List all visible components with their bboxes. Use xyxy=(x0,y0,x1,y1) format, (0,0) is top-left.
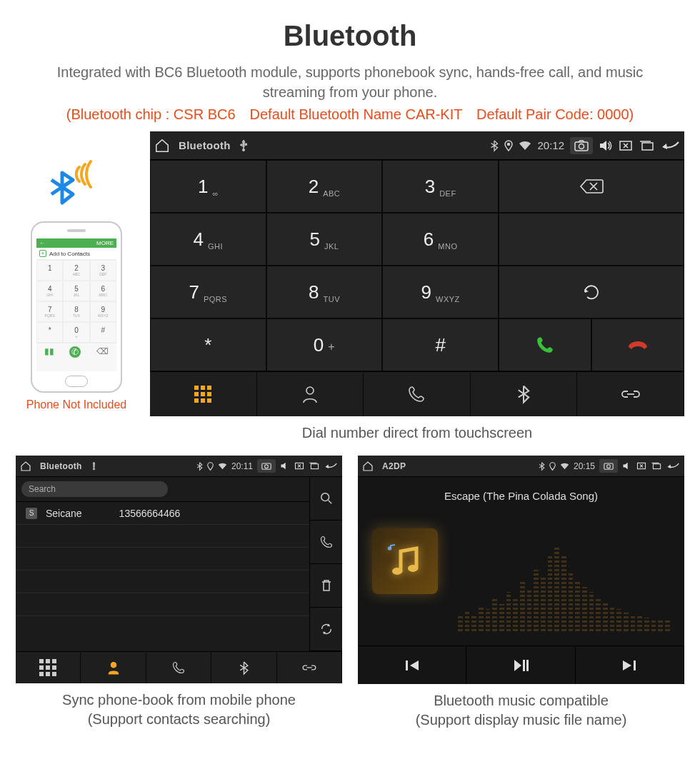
svg-point-21 xyxy=(408,565,418,572)
wifi-icon xyxy=(519,141,531,151)
nav-contacts[interactable] xyxy=(257,372,364,416)
search-input[interactable]: Search xyxy=(21,481,168,497)
app-title: A2DP xyxy=(382,461,406,471)
key-4[interactable]: 4GHI xyxy=(150,213,266,266)
nav-contacts[interactable] xyxy=(81,652,146,683)
nav-bluetooth[interactable] xyxy=(211,652,276,683)
key-3[interactable]: 3DEF xyxy=(382,160,499,213)
location-icon xyxy=(207,462,214,471)
svg-rect-24 xyxy=(523,660,525,671)
wifi-icon xyxy=(218,463,227,470)
contacts-bottom-nav xyxy=(16,651,342,683)
svg-point-5 xyxy=(579,144,584,149)
nav-pair[interactable] xyxy=(277,652,342,683)
key-0[interactable]: 0+ xyxy=(266,318,383,371)
svg-rect-25 xyxy=(526,660,529,671)
play-pause-button[interactable] xyxy=(466,646,575,684)
dial-pad: 1∞ 2ABC 3DEF 4GHI 5JKL 6MNO 7PQRS 8TUV 9… xyxy=(150,160,684,371)
key-8[interactable]: 8TUV xyxy=(266,266,383,318)
home-icon[interactable] xyxy=(362,461,374,472)
backspace-button[interactable] xyxy=(499,160,684,213)
phone-mockup: ←MORE +Add to Contacts 1 2ABC3DEF 4GHI5J… xyxy=(31,221,122,393)
key-6[interactable]: 6MNO xyxy=(382,213,499,266)
nav-keypad[interactable] xyxy=(16,652,81,683)
page-description: Integrated with BC6 Bluetooth module, su… xyxy=(29,62,671,102)
phone-caption: Phone Not Included xyxy=(16,398,137,411)
nav-bluetooth[interactable] xyxy=(471,372,578,416)
contacts-statusbar: Bluetooth 20:11 xyxy=(16,456,342,477)
next-track-button[interactable] xyxy=(576,646,684,684)
back-button[interactable] xyxy=(660,140,680,151)
nav-keypad[interactable] xyxy=(150,372,257,416)
recents-button[interactable] xyxy=(639,140,654,151)
nav-recent-calls[interactable] xyxy=(364,372,471,416)
hangup-button[interactable] xyxy=(591,318,684,371)
volume-button[interactable] xyxy=(622,462,632,470)
page-title: Bluetooth xyxy=(0,20,700,52)
screenshot-button[interactable] xyxy=(570,137,593,154)
close-button[interactable] xyxy=(619,140,633,151)
contacts-caption: Sync phone-book from mobile phone(Suppor… xyxy=(16,690,342,729)
prev-track-button[interactable] xyxy=(358,646,466,684)
clock-text: 20:15 xyxy=(574,461,595,471)
svg-rect-1 xyxy=(245,144,246,145)
music-column: A2DP 20:15 Escape (The Pina Colada Song) xyxy=(358,456,684,730)
key-7[interactable]: 7PQRS xyxy=(150,266,266,318)
bluetooth-status-icon xyxy=(196,462,203,471)
contact-initial-badge: S xyxy=(26,508,37,519)
volume-button[interactable] xyxy=(280,462,290,470)
contact-number: 13566664466 xyxy=(119,508,181,519)
contact-row-empty xyxy=(16,593,309,616)
svg-point-8 xyxy=(306,387,314,394)
side-sync-button[interactable] xyxy=(310,608,342,651)
usb-icon xyxy=(239,140,248,151)
close-button[interactable] xyxy=(294,462,304,470)
key-5[interactable]: 5JKL xyxy=(266,213,383,266)
location-icon xyxy=(549,462,556,471)
home-icon[interactable] xyxy=(154,138,170,154)
back-button[interactable] xyxy=(324,462,338,470)
app-title: Bluetooth xyxy=(40,461,82,471)
contact-row-empty xyxy=(16,571,309,593)
contact-row-empty xyxy=(16,548,309,571)
app-title: Bluetooth xyxy=(179,139,231,151)
clock-text: 20:12 xyxy=(537,139,564,151)
back-button[interactable] xyxy=(666,462,680,470)
key-star[interactable]: * xyxy=(150,318,266,371)
screenshot-button[interactable] xyxy=(599,459,618,473)
side-call-button[interactable] xyxy=(310,521,342,564)
music-statusbar: A2DP 20:15 xyxy=(358,456,684,477)
nav-recent-calls[interactable] xyxy=(146,652,211,683)
keypad-icon xyxy=(39,659,56,676)
music-controls xyxy=(358,645,684,684)
wifi-icon xyxy=(560,463,569,470)
side-search-button[interactable] xyxy=(310,477,342,521)
bluetooth-status-icon xyxy=(490,140,499,151)
usb-icon xyxy=(91,462,97,471)
svg-point-3 xyxy=(508,143,510,145)
redial-button[interactable] xyxy=(499,266,684,318)
dialer-statusbar: Bluetooth 20:12 xyxy=(150,131,684,160)
side-delete-button[interactable] xyxy=(310,564,342,608)
nav-pair[interactable] xyxy=(577,372,684,416)
contact-row[interactable]: S Seicane 13566664466 xyxy=(16,502,309,525)
svg-point-0 xyxy=(240,144,242,146)
side-empty-1 xyxy=(499,213,684,266)
close-button[interactable] xyxy=(636,462,646,470)
key-hash[interactable]: # xyxy=(382,318,499,371)
key-9[interactable]: 9WXYZ xyxy=(382,266,499,318)
svg-point-22 xyxy=(389,547,391,550)
svg-rect-13 xyxy=(311,464,318,469)
svg-rect-19 xyxy=(653,464,660,469)
svg-rect-26 xyxy=(634,660,636,670)
recents-button[interactable] xyxy=(651,462,661,470)
svg-point-15 xyxy=(111,663,116,668)
home-icon[interactable] xyxy=(20,461,31,472)
contact-name: Seicane xyxy=(46,508,82,519)
key-2[interactable]: 2ABC xyxy=(266,160,383,213)
screenshot-button[interactable] xyxy=(257,459,276,473)
key-1[interactable]: 1∞ xyxy=(150,160,266,213)
volume-button[interactable] xyxy=(599,140,613,151)
call-button[interactable] xyxy=(499,318,591,371)
recents-button[interactable] xyxy=(309,462,319,470)
